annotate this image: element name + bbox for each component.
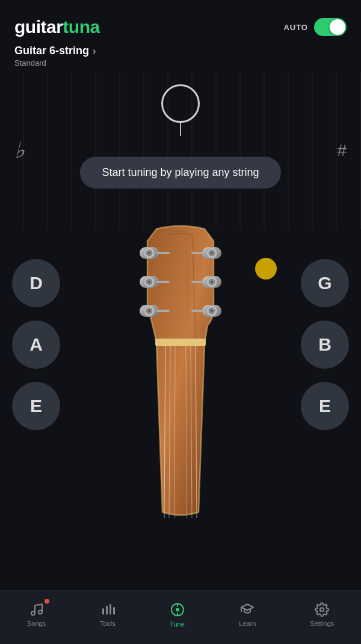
needle-indicator xyxy=(156,84,205,145)
settings-label: Settings xyxy=(310,620,334,627)
tools-icon xyxy=(100,602,115,617)
logo-guitar-text: guitar xyxy=(14,17,63,37)
tuner-area: ♭ # Start tuning by playing any string xyxy=(0,72,361,229)
app-logo: guitartuna xyxy=(14,17,100,37)
nav-item-tune[interactable]: Tune xyxy=(160,597,195,633)
svg-rect-0 xyxy=(155,339,206,346)
tuning-label: Standard xyxy=(14,58,347,67)
bottom-navigation: Songs Tools Tune Learn Se xyxy=(0,590,361,644)
header: guitartuna AUTO xyxy=(0,0,361,45)
svg-point-30 xyxy=(211,281,213,283)
chevron-right-icon: › xyxy=(93,46,96,57)
tune-label: Tune xyxy=(170,621,185,628)
learn-label: Learn xyxy=(239,620,256,627)
string-button-e-low[interactable]: E xyxy=(12,382,60,430)
svg-point-10 xyxy=(148,252,150,254)
svg-point-25 xyxy=(211,252,213,254)
svg-rect-31 xyxy=(191,281,205,283)
tuning-indicator-dot xyxy=(255,258,277,280)
nav-item-tools[interactable]: Tools xyxy=(90,598,125,632)
svg-rect-16 xyxy=(156,281,170,283)
svg-rect-41 xyxy=(110,604,111,614)
songs-label: Songs xyxy=(27,620,46,627)
svg-rect-36 xyxy=(191,310,205,312)
svg-point-47 xyxy=(320,608,324,611)
nav-item-learn[interactable]: Learn xyxy=(229,598,265,632)
svg-point-38 xyxy=(39,610,42,614)
settings-icon xyxy=(315,602,329,617)
svg-rect-42 xyxy=(113,607,115,614)
sub-header: Guitar 6-string › Standard xyxy=(0,45,361,72)
tuning-prompt: Start tuning by playing any string xyxy=(80,157,280,189)
string-button-b[interactable]: B xyxy=(301,320,349,369)
string-buttons-right: G B E xyxy=(301,259,349,430)
auto-label: AUTO xyxy=(283,23,308,32)
svg-rect-40 xyxy=(106,606,108,614)
svg-rect-11 xyxy=(156,252,170,254)
songs-notification-dot xyxy=(45,599,49,604)
nav-item-songs[interactable]: Songs xyxy=(17,598,55,632)
auto-section: AUTO xyxy=(283,18,347,36)
svg-point-15 xyxy=(148,281,150,283)
nav-item-settings[interactable]: Settings xyxy=(300,598,344,632)
svg-point-44 xyxy=(176,608,179,611)
svg-rect-26 xyxy=(191,252,205,254)
needle-circle xyxy=(161,84,200,123)
instrument-name: Guitar 6-string xyxy=(14,45,89,57)
string-button-g[interactable]: G xyxy=(301,259,349,307)
instrument-title[interactable]: Guitar 6-string › xyxy=(14,45,347,57)
learn-icon xyxy=(240,602,255,617)
svg-point-35 xyxy=(211,310,213,312)
tune-icon xyxy=(170,602,185,617)
svg-point-37 xyxy=(31,611,35,615)
guitar-section: D A E G B E xyxy=(0,223,361,518)
string-button-a[interactable]: A xyxy=(12,320,60,369)
auto-toggle[interactable] xyxy=(314,18,347,36)
svg-rect-39 xyxy=(102,608,104,614)
headstock-image xyxy=(102,223,259,518)
svg-point-20 xyxy=(148,310,150,312)
string-buttons-left: D A E xyxy=(12,259,60,430)
string-button-e-high[interactable]: E xyxy=(301,382,349,430)
needle-tip xyxy=(180,123,181,136)
tools-label: Tools xyxy=(100,620,116,627)
logo-tuna-text: tuna xyxy=(63,17,99,37)
flat-symbol: ♭ xyxy=(14,138,25,163)
svg-rect-21 xyxy=(156,310,170,312)
songs-icon xyxy=(29,602,44,617)
sharp-symbol: # xyxy=(337,141,347,160)
toggle-knob xyxy=(330,19,345,35)
string-button-d[interactable]: D xyxy=(12,259,60,307)
